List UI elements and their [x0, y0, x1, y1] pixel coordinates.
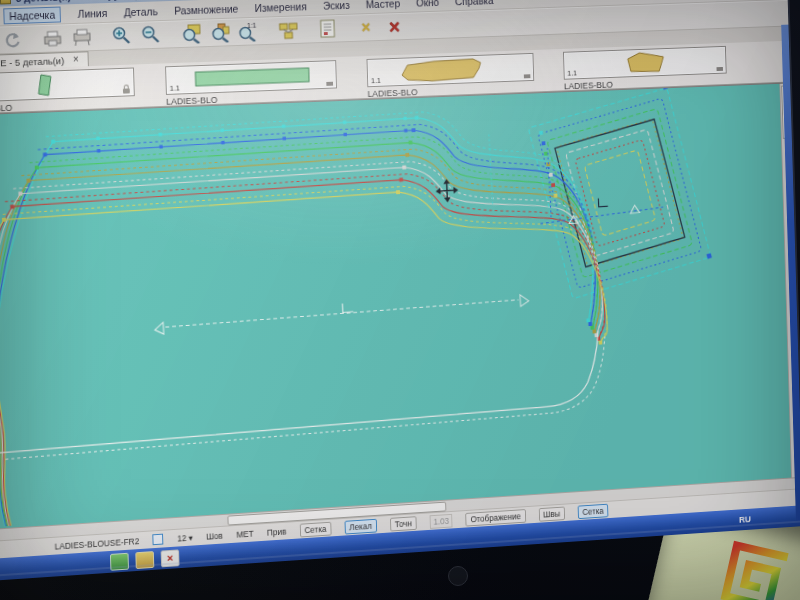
delete-red-icon[interactable]: ×	[382, 15, 406, 38]
menu-item-help[interactable]: Справка	[455, 0, 494, 7]
toggle-pattern[interactable]: Лекал	[344, 518, 377, 534]
seams-button[interactable]: Швы	[538, 506, 565, 521]
menu-item-measure[interactable]: Измерения	[254, 0, 306, 13]
zoom-1to1-icon[interactable]: 1:1	[236, 20, 261, 43]
arrange-icon[interactable]	[276, 18, 301, 41]
grid-button[interactable]: Сетка	[578, 503, 609, 518]
document-tab-label: BLOUSE - 5 деталь(и)	[0, 55, 64, 69]
menu-item-grading[interactable]: Размножение	[174, 2, 238, 16]
piece-scale: 1.1	[170, 84, 180, 93]
plot-icon[interactable]	[69, 25, 94, 49]
pattern-canvas[interactable]	[0, 82, 800, 530]
monitor-screen: 5 деталь(и) - Конструктор а Надсечка Лин…	[0, 0, 800, 576]
photo-of-monitor: 5 деталь(и) - Конструктор а Надсечка Лин…	[0, 0, 800, 600]
piece-thumb-fr: 1.1	[366, 53, 534, 87]
card-corner-icon	[326, 82, 333, 86]
piece-thumb-sl: 1.1	[563, 46, 727, 80]
lock-icon	[123, 88, 130, 93]
taskbar-folder-icon[interactable]	[135, 551, 154, 569]
taskbar-doc-x-icon[interactable]: ×	[161, 549, 180, 567]
zoom-pieces-icon[interactable]	[207, 21, 232, 44]
piece-thumb-col: 1.1	[0, 67, 135, 102]
menu-item-piece[interactable]: Деталь	[124, 5, 158, 18]
piece-thumb-cuff: 1.1	[165, 60, 337, 95]
tab-close-icon[interactable]: ×	[73, 55, 79, 65]
status-label-snap: Прив	[267, 526, 287, 537]
monitor-logo	[448, 566, 468, 586]
size-selector[interactable]: 12 ▾	[177, 532, 193, 543]
menu-item-sketch[interactable]: Эскиз	[323, 0, 350, 11]
menu-item-line[interactable]: Линия	[78, 7, 108, 20]
chevron-down-icon: ▾	[189, 532, 193, 542]
piece-scale: 1.1	[567, 69, 577, 78]
menu-item-notch[interactable]: Надсечка	[3, 6, 61, 24]
status-checkbox[interactable]	[153, 534, 164, 546]
zoom-out-icon[interactable]	[138, 23, 163, 47]
piece-scale: 1.1	[371, 76, 381, 85]
status-label-seam: Шов	[206, 530, 223, 541]
status-label-met: МЕТ	[236, 528, 254, 539]
zoom-in-icon[interactable]	[109, 24, 134, 48]
toggle-grid[interactable]: Сетка	[299, 521, 331, 537]
zoom-area-icon[interactable]	[178, 22, 203, 45]
taskbar-app-icon-green[interactable]	[110, 552, 129, 570]
undo-icon[interactable]	[0, 28, 24, 52]
menu-item-window[interactable]: Окно	[416, 0, 439, 8]
card-corner-icon	[524, 74, 531, 78]
language-indicator[interactable]: RU	[739, 514, 751, 524]
toggle-points[interactable]: Точн	[390, 516, 417, 531]
spec-sheet-icon[interactable]	[315, 17, 339, 40]
pattern-drawing	[0, 83, 800, 530]
rainbow-spiral-logo	[710, 535, 799, 600]
card-corner-icon	[716, 67, 722, 71]
app-icon	[0, 0, 11, 4]
print-icon[interactable]	[39, 26, 64, 50]
menu-item-master[interactable]: Мастер	[366, 0, 401, 10]
zoom-value: 1.03	[429, 513, 452, 528]
delete-yellow-icon[interactable]: ×	[354, 16, 378, 39]
